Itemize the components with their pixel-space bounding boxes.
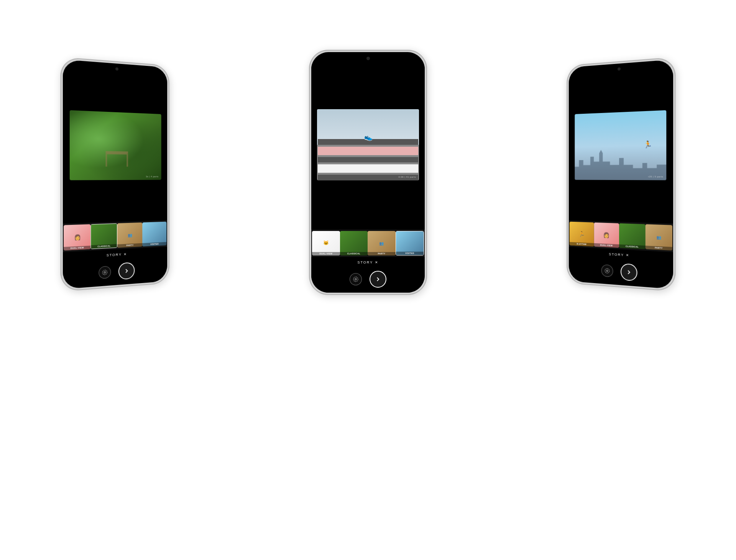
settings-button-left[interactable] bbox=[99, 265, 111, 278]
story-label-center: STORY ✕ bbox=[357, 260, 378, 264]
settings-button-center[interactable] bbox=[350, 273, 362, 285]
phone-right: 🏃 r25 | 5 parts 🏃 R-HYTHM 👩 bbox=[567, 57, 675, 291]
preview-image-right: 🏃 r25 | 5 parts bbox=[575, 110, 667, 180]
timer-right: r25 | 5 parts bbox=[648, 175, 664, 178]
timer-left: 3s | 4 parts bbox=[146, 175, 158, 178]
camera-dot-center bbox=[366, 57, 370, 60]
next-button-center[interactable] bbox=[370, 271, 386, 288]
phone-left: 3s | 4 parts 👩 DUAL-VIEW CLASSICAL bbox=[61, 57, 169, 291]
story-label-right: STORY ✕ bbox=[609, 252, 629, 257]
garden-pavilion bbox=[105, 151, 128, 167]
filter-party-left[interactable]: 👥 PARTY bbox=[117, 223, 142, 248]
filter-party-right[interactable]: 👥 PARTY bbox=[645, 224, 672, 251]
filter-visited-center[interactable]: VISITED bbox=[396, 231, 424, 255]
filter-visited-left[interactable]: VISITED bbox=[142, 222, 166, 247]
filter-label-dualview-r: DUAL-VIEW bbox=[594, 243, 619, 248]
svg-point-2 bbox=[355, 278, 356, 280]
filter-label-dualview: DUAL-VIEW bbox=[64, 246, 90, 251]
filter-dual-view-left[interactable]: 👩 DUAL-VIEW bbox=[64, 224, 90, 251]
crosswalk-scene: 👟 bbox=[317, 109, 419, 180]
city-scene: 🏃 bbox=[575, 110, 667, 180]
preview-image-left: 3s | 4 parts bbox=[69, 110, 161, 180]
svg-point-1 bbox=[102, 270, 107, 275]
svg-point-0 bbox=[104, 271, 105, 273]
filter-label-rhythm: R-HYTHM bbox=[570, 242, 594, 247]
next-button-left[interactable] bbox=[118, 262, 135, 280]
preview-area-center: 👟 0:06 | 41 parts bbox=[311, 60, 425, 229]
filter-label-classical: CLASSICAL bbox=[91, 244, 117, 249]
garden-scene bbox=[69, 110, 161, 180]
story-bar-center: STORY ✕ bbox=[311, 257, 425, 268]
filter-label-visited: VISITED bbox=[142, 242, 166, 247]
city-skyline bbox=[575, 145, 667, 180]
filter-label-classical-c: CLASSICAL bbox=[340, 252, 368, 255]
phone-center: 👟 0:06 | 41 parts 🐱 DUAL-VIEW CLASSI bbox=[309, 50, 427, 295]
svg-point-3 bbox=[353, 277, 358, 282]
filter-classical-left[interactable]: CLASSICAL bbox=[90, 223, 117, 249]
filter-classical-center[interactable]: CLASSICAL bbox=[340, 231, 368, 255]
timer-center: 0:06 | 41 parts bbox=[398, 176, 416, 178]
next-button-right[interactable] bbox=[621, 263, 637, 281]
filter-party-center[interactable]: 👥 PARTY bbox=[368, 231, 396, 255]
filter-dual-view-center[interactable]: 🐱 DUAL-VIEW bbox=[312, 231, 340, 255]
phones-container: 3s | 4 parts 👩 DUAL-VIEW CLASSICAL bbox=[0, 0, 736, 560]
filter-label-party-c: PARTY bbox=[368, 252, 396, 255]
city-runner: 🏃 bbox=[643, 140, 652, 149]
filter-classical-right[interactable]: CLASSICAL bbox=[619, 223, 645, 249]
filter-label-dualview-c: DUAL-VIEW bbox=[312, 252, 340, 255]
filter-label-visited-c: VISITED bbox=[396, 252, 424, 255]
filter-label-party: PARTY bbox=[117, 243, 142, 248]
settings-button-right[interactable] bbox=[601, 264, 613, 277]
controls-bar-center bbox=[311, 268, 425, 293]
filter-strip-center: 🐱 DUAL-VIEW CLASSICAL 👥 PARTY bbox=[311, 229, 425, 257]
preview-area-right: 🏃 r25 | 5 parts bbox=[569, 67, 673, 224]
preview-area-left: 3s | 4 parts bbox=[63, 67, 167, 224]
filter-dual-view-right[interactable]: 👩 DUAL-VIEW bbox=[594, 223, 619, 248]
svg-point-5 bbox=[605, 268, 610, 273]
filter-rhythm-right[interactable]: 🏃 R-HYTHM bbox=[570, 222, 594, 247]
filter-label-classical-r: CLASSICAL bbox=[619, 244, 645, 249]
story-label-left: STORY ✕ bbox=[107, 252, 127, 257]
svg-point-4 bbox=[606, 270, 608, 271]
preview-image-center: 👟 0:06 | 41 parts bbox=[317, 109, 419, 180]
